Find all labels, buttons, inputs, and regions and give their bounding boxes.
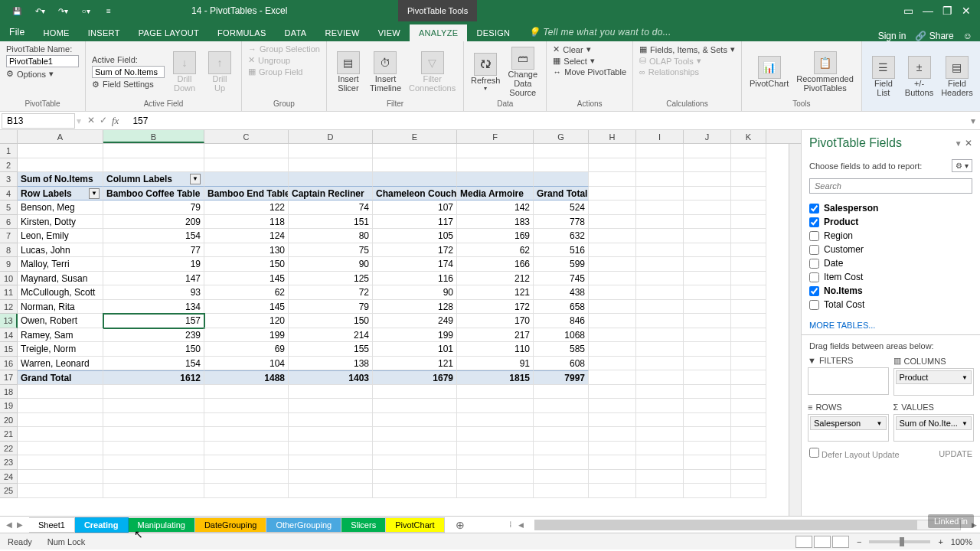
zoom-level[interactable]: 100%	[951, 537, 972, 546]
view-pagelayout-button[interactable]	[814, 536, 831, 548]
row-header-14[interactable]: 14	[0, 328, 18, 343]
enter-icon[interactable]: ✓	[100, 115, 107, 127]
pivotchart-button[interactable]: 📊PivotChart	[748, 54, 790, 90]
col-header-B[interactable]: B	[103, 130, 204, 143]
group-selection-button[interactable]: → Group Selection	[248, 44, 320, 54]
zoom-in-icon[interactable]: +	[938, 537, 942, 546]
row-header-11[interactable]: 11	[0, 285, 18, 300]
sheet-tab-slicers[interactable]: Slicers	[341, 517, 386, 533]
recommended-pivottables-button[interactable]: 📋Recommended PivotTables	[795, 50, 855, 94]
col-header-C[interactable]: C	[204, 130, 289, 143]
field-region[interactable]: Region	[809, 229, 972, 243]
field-salesperson[interactable]: Salesperson	[809, 201, 972, 215]
tab-insert[interactable]: Insert	[79, 24, 129, 41]
field-date[interactable]: Date	[809, 256, 972, 270]
row-header-17[interactable]: 17	[0, 370, 18, 385]
row-header-21[interactable]: 21	[0, 427, 18, 442]
tab-file[interactable]: File	[0, 23, 34, 41]
field-list-button[interactable]: ☰Field List	[868, 54, 899, 99]
close-icon[interactable]: ✕	[962, 5, 971, 17]
fields-items-sets-button[interactable]: ▦ Fields, Items, & Sets ▾	[639, 44, 735, 54]
field-product[interactable]: Product	[809, 215, 972, 229]
group-field-button[interactable]: ▦ Group Field	[248, 67, 320, 77]
save-icon[interactable]: 💾	[6, 2, 28, 20]
vertical-scrollbar[interactable]	[789, 144, 801, 516]
rows-tag-salesperson[interactable]: Salesperson▼	[810, 416, 887, 430]
tab-review[interactable]: Review	[315, 24, 368, 41]
pivottable-name-input[interactable]	[6, 55, 79, 67]
field-total-cost[interactable]: Total Cost	[809, 298, 972, 311]
row-header-3[interactable]: 3	[0, 172, 18, 187]
new-sheet-button[interactable]: ⊕	[445, 519, 475, 531]
formula-input[interactable]	[128, 114, 966, 128]
sign-in[interactable]: Sign in	[878, 31, 906, 41]
view-normal-button[interactable]	[795, 536, 812, 548]
sheet-tab-sheet1[interactable]: Sheet1	[29, 517, 75, 533]
field-headers-button[interactable]: ▤Field Headers	[939, 54, 975, 99]
gear-icon[interactable]: ⚙ ▾	[952, 159, 972, 172]
row-header-16[interactable]: 16	[0, 357, 18, 371]
columns-tag-product[interactable]: Product▼	[896, 370, 972, 384]
tab-pagelayout[interactable]: Page Layout	[129, 24, 208, 41]
minimize-icon[interactable]: —	[923, 5, 933, 17]
col-header-H[interactable]: H	[589, 130, 636, 143]
select-all-corner[interactable]	[0, 130, 18, 143]
row-header-19[interactable]: 19	[0, 399, 18, 413]
row-header-10[interactable]: 10	[0, 272, 18, 286]
tab-view[interactable]: View	[369, 24, 410, 41]
field-customer[interactable]: Customer	[809, 243, 972, 256]
columns-area[interactable]: Product▼	[893, 368, 975, 396]
field-item-cost[interactable]: Item Cost	[809, 270, 972, 284]
row-header-12[interactable]: 12	[0, 300, 18, 315]
update-button[interactable]: UPDATE	[939, 449, 972, 458]
defer-update-checkbox[interactable]: Defer Layout Update	[809, 448, 900, 459]
field-settings-button[interactable]: ⚙ Field Settings	[92, 80, 165, 90]
fx-icon[interactable]: fx	[112, 115, 122, 127]
sheet-tab-manipulating[interactable]: Manipulating	[129, 517, 195, 533]
more-tables-link[interactable]: MORE TABLES...	[802, 316, 980, 334]
change-data-source-button[interactable]: 🗃Change Data Source	[505, 45, 540, 99]
sheet-tab-creating[interactable]: Creating	[75, 517, 129, 533]
horizontal-scrollbar[interactable]: ◀ ▶	[515, 520, 980, 530]
values-tag-sum[interactable]: Sum of No.Ite...▼	[896, 416, 972, 430]
sheet-nav-prev-icon[interactable]: ◀	[6, 520, 12, 529]
field-search-input[interactable]	[809, 178, 972, 194]
olap-tools-button[interactable]: ⛁ OLAP Tools ▾	[639, 56, 735, 66]
qat-customize-icon[interactable]: ≡	[98, 2, 119, 20]
view-pagebreak-button[interactable]	[832, 536, 849, 548]
col-header-G[interactable]: G	[534, 130, 589, 143]
drill-up-button[interactable]: ↑Drill Up	[204, 50, 235, 94]
name-box[interactable]	[2, 113, 75, 129]
col-header-F[interactable]: F	[457, 130, 534, 143]
cancel-icon[interactable]: ✕	[87, 115, 95, 127]
options-button[interactable]: ⚙ Options ▾	[6, 69, 79, 79]
zoom-slider[interactable]	[869, 540, 930, 543]
redo-icon[interactable]: ↷▾	[52, 2, 74, 20]
row-header-5[interactable]: 5	[0, 201, 18, 215]
row-header-23[interactable]: 23	[0, 455, 18, 470]
pane-options-icon[interactable]: ▼	[955, 139, 962, 148]
move-pivottable-button[interactable]: ↔ Move PivotTable	[553, 67, 626, 77]
touch-mode-icon[interactable]: ○▾	[75, 2, 96, 20]
row-header-18[interactable]: 18	[0, 385, 18, 399]
col-header-D[interactable]: D	[289, 130, 373, 143]
close-pane-icon[interactable]: ✕	[965, 138, 972, 148]
row-header-8[interactable]: 8	[0, 243, 18, 258]
tell-me[interactable]: 💡 Tell me what you want to do...	[519, 23, 680, 41]
buttons-toggle[interactable]: ±+/- Buttons	[903, 54, 935, 99]
undo-icon[interactable]: ↶▾	[29, 2, 51, 20]
col-header-I[interactable]: I	[636, 130, 684, 143]
field-no-items[interactable]: No.Items	[809, 284, 972, 298]
col-header-E[interactable]: E	[373, 130, 457, 143]
row-header-22[interactable]: 22	[0, 442, 18, 456]
tab-design[interactable]: Design	[467, 24, 519, 41]
row-header-25[interactable]: 25	[0, 484, 18, 498]
filters-area[interactable]	[808, 367, 889, 395]
sheet-tab-dategrouping[interactable]: DateGrouping	[195, 517, 267, 533]
col-header-K[interactable]: K	[731, 130, 766, 143]
sheet-nav-next-icon[interactable]: ▶	[17, 520, 23, 529]
tab-data[interactable]: Data	[276, 24, 316, 41]
clear-button[interactable]: ✕ Clear ▾	[553, 44, 626, 54]
active-field-input[interactable]	[92, 66, 165, 78]
refresh-button[interactable]: 🗘Refresh▾	[470, 51, 501, 93]
